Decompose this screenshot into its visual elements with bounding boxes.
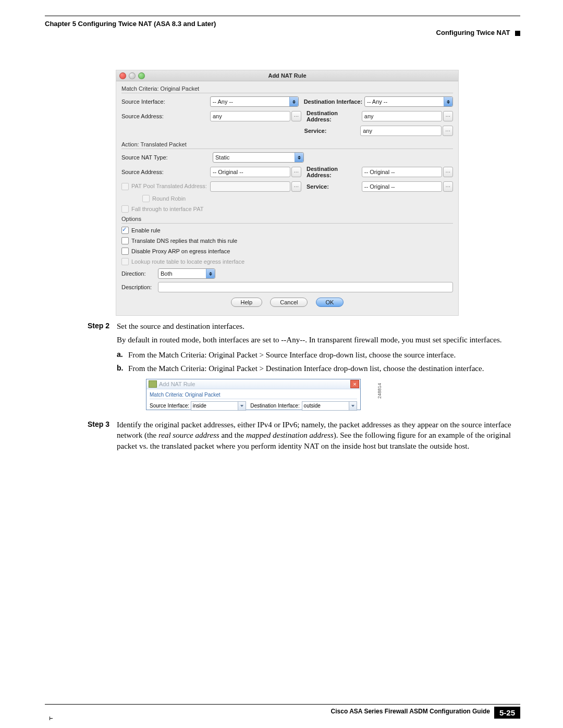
destination-interface-select[interactable]: -- Any -- — [364, 96, 453, 107]
round-robin-checkbox — [142, 195, 150, 202]
footer-guide-title: Cisco ASA Series Firewall ASDM Configura… — [331, 708, 490, 715]
translate-dns-checkbox[interactable] — [121, 237, 129, 244]
win-source-interface-value: inside — [193, 402, 206, 410]
chevron-updown-icon — [289, 97, 298, 106]
source-address-value: any — [213, 113, 222, 119]
destination-address-value: any — [364, 113, 374, 119]
source-address-input[interactable]: any — [210, 111, 290, 121]
destination-address-label: Destination Address: — [307, 110, 362, 122]
destination-address2-browse-button[interactable]: … — [443, 167, 453, 177]
pat-pool-browse-button[interactable]: … — [291, 181, 301, 192]
page-number: 5-25 — [494, 707, 520, 719]
direction-value: Both — [161, 270, 173, 277]
source-address2-label: Source Address: — [121, 169, 210, 175]
destination-address-input[interactable]: any — [362, 111, 442, 121]
group-options: Options — [121, 216, 453, 224]
add-nat-rule-dialog-win: Add NAT Rule × Match Criteria: Original … — [146, 379, 361, 410]
win-destination-interface-value: outside — [304, 402, 321, 410]
destination-interface-value: -- Any -- — [367, 98, 387, 105]
step3-t2: and the — [219, 431, 246, 439]
zoom-icon[interactable] — [138, 72, 145, 79]
close-icon[interactable]: × — [350, 380, 359, 388]
group-action-translated: Action: Translated Packet — [121, 141, 453, 149]
win-source-interface-select[interactable]: inside — [191, 401, 246, 411]
win-group-match-criteria: Match Criteria: Original Packet — [150, 391, 357, 399]
disable-proxy-arp-checkbox[interactable] — [121, 248, 129, 255]
win-source-interface-label: Source Interface: — [150, 402, 191, 410]
pat-pool-input — [210, 181, 290, 192]
source-interface-select[interactable]: -- Any -- — [210, 96, 299, 107]
add-nat-rule-dialog-mac: Add NAT Rule Match Criteria: Original Pa… — [116, 70, 459, 316]
destination-interface-label: Destination Interface: — [304, 98, 364, 105]
service-input[interactable]: any — [360, 126, 442, 136]
source-address2-value: -- Original -- — [213, 169, 243, 175]
service2-input[interactable]: -- Original -- — [362, 181, 442, 192]
service2-browse-button[interactable]: … — [443, 181, 453, 192]
header-section-text: Configuring Twice NAT — [436, 29, 510, 36]
source-address2-input[interactable]: -- Original -- — [210, 167, 290, 177]
dialog-title: Add NAT Rule — [268, 72, 306, 79]
sub-b-text: From the Match Criteria: Original Packet… — [128, 363, 520, 374]
enable-rule-checkbox[interactable] — [121, 227, 129, 234]
lookup-route-checkbox — [121, 258, 129, 265]
source-nat-type-label: Source NAT Type: — [121, 154, 213, 161]
pat-pool-text: PAT Pool Translated Address: — [131, 183, 207, 189]
description-input[interactable] — [158, 282, 453, 292]
service-value: any — [363, 128, 372, 134]
chevron-down-icon — [238, 402, 246, 410]
source-address-label: Source Address: — [121, 113, 210, 119]
fall-through-checkbox — [121, 205, 129, 213]
crop-mark-icon — [50, 718, 53, 719]
dialog-titlebar: Add NAT Rule — [116, 70, 458, 81]
figure-number: 248814 — [376, 383, 383, 399]
source-interface-label: Source Interface: — [121, 98, 210, 105]
step2-text2: By default in routed mode, both interfac… — [117, 335, 520, 345]
win-destination-interface-label: Destination Interface: — [250, 402, 301, 410]
chevron-updown-icon — [206, 269, 215, 278]
win-titlebar: Add NAT Rule × — [146, 379, 360, 389]
destination-address2-label: Destination Address: — [307, 166, 362, 178]
minimize-icon[interactable] — [129, 72, 136, 79]
group-match-criteria: Match Criteria: Original Packet — [121, 85, 453, 93]
step3-i2: mapped destination address — [246, 431, 334, 439]
sub-a-marker: a. — [117, 350, 128, 360]
source-interface-value: -- Any -- — [213, 98, 233, 105]
header-rule — [45, 16, 520, 16]
step3-text: Identify the original packet addresses, … — [117, 419, 520, 451]
chevron-updown-icon — [444, 97, 452, 106]
chevron-down-icon — [349, 402, 357, 410]
description-label: Description: — [121, 284, 158, 290]
enable-rule-label: Enable rule — [131, 227, 161, 233]
header-square-icon — [515, 31, 520, 36]
destination-address-browse-button[interactable]: … — [443, 111, 453, 121]
ok-button[interactable]: OK — [316, 298, 344, 307]
close-icon[interactable] — [119, 72, 126, 79]
destination-address2-input[interactable]: -- Original -- — [362, 167, 442, 177]
footer-rule — [45, 704, 520, 705]
header-chapter: Chapter 5 Configuring Twice NAT (ASA 8.3… — [45, 20, 520, 28]
app-icon — [149, 380, 157, 388]
service-browse-button[interactable]: … — [443, 126, 453, 136]
step3-label: Step 3 — [88, 419, 117, 451]
direction-select[interactable]: Both — [158, 268, 215, 279]
round-robin-label: Round Robin — [152, 195, 186, 202]
service-label: Service: — [304, 128, 361, 134]
sub-a-text: From the Match Criteria: Original Packet… — [128, 350, 520, 360]
source-address-browse-button[interactable]: … — [291, 111, 301, 121]
disable-proxy-arp-label: Disable Proxy ARP on egress interface — [131, 248, 230, 254]
chevron-updown-icon — [295, 153, 303, 162]
win-title: Add NAT Rule — [159, 380, 195, 388]
step3-i1: real source address — [158, 431, 219, 439]
win-destination-interface-select[interactable]: outside — [302, 401, 357, 411]
direction-label: Direction: — [121, 270, 158, 277]
help-button[interactable]: Help — [231, 298, 263, 307]
step2-text1: Set the source and destination interface… — [117, 321, 520, 331]
translate-dns-label: Translate DNS replies that match this ru… — [131, 238, 237, 244]
source-nat-type-select[interactable]: Static — [213, 152, 304, 163]
step2-label: Step 2 — [88, 321, 117, 416]
service2-value: -- Original -- — [364, 183, 395, 190]
cancel-button[interactable]: Cancel — [270, 298, 308, 307]
source-address2-browse-button[interactable]: … — [291, 167, 301, 177]
pat-pool-checkbox — [121, 183, 129, 190]
sub-b-marker: b. — [117, 363, 128, 374]
